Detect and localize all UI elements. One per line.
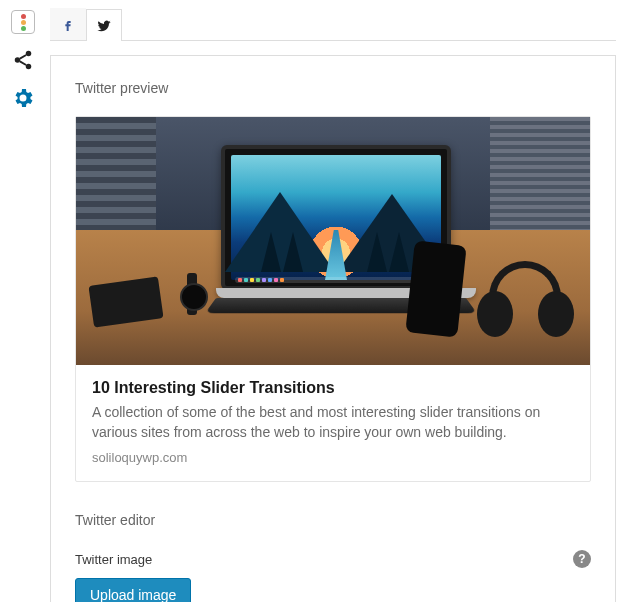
- help-icon[interactable]: ?: [573, 550, 591, 568]
- preview-description: A collection of some of the best and mos…: [92, 403, 574, 442]
- preview-title: 10 Interesting Slider Transitions: [92, 379, 574, 397]
- preview-card-body: 10 Interesting Slider Transitions A coll…: [76, 365, 590, 481]
- upload-image-button[interactable]: Upload image: [75, 578, 191, 602]
- preview-domain: soliloquywp.com: [92, 450, 574, 465]
- tab-facebook[interactable]: [50, 8, 86, 40]
- main-panel: Twitter preview: [50, 8, 616, 602]
- tab-twitter[interactable]: [86, 9, 122, 41]
- twitter-icon: [96, 18, 112, 34]
- twitter-panel: Twitter preview: [50, 55, 616, 602]
- traffic-light-icon[interactable]: [11, 10, 35, 34]
- svg-point-1: [15, 57, 21, 63]
- twitter-preview-card: 10 Interesting Slider Transitions A coll…: [75, 116, 591, 482]
- left-rail: [8, 10, 38, 110]
- twitter-image-label: Twitter image: [75, 552, 152, 567]
- twitter-image-field-row: Twitter image ?: [75, 550, 591, 568]
- preview-image: [76, 117, 590, 365]
- share-icon[interactable]: [11, 48, 35, 72]
- editor-section-label: Twitter editor: [75, 512, 591, 528]
- svg-point-0: [26, 51, 32, 57]
- svg-point-2: [26, 64, 32, 69]
- social-tabs: [50, 8, 616, 41]
- preview-section-label: Twitter preview: [75, 80, 591, 96]
- gear-icon[interactable]: [11, 86, 35, 110]
- facebook-icon: [60, 17, 76, 33]
